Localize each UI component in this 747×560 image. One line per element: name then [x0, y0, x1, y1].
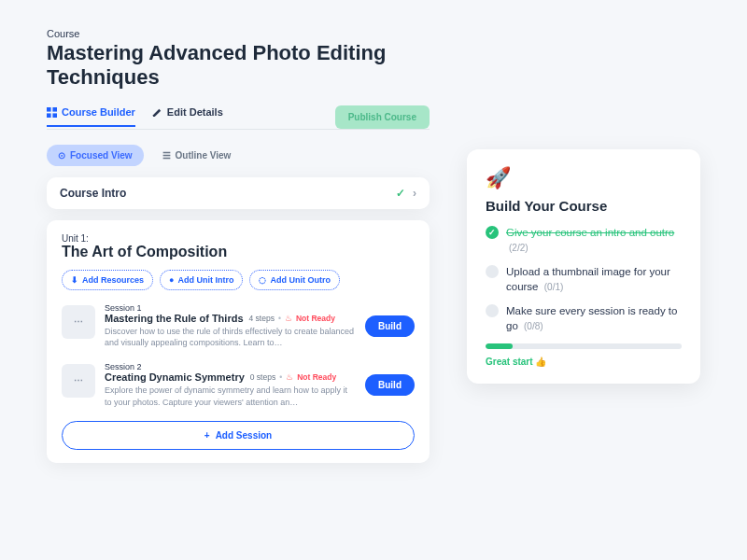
session-body: Session 2 Creating Dynamic Symmetry 0 st…	[105, 362, 356, 408]
check-pending-icon	[486, 304, 499, 317]
publish-button[interactable]: Publish Course	[335, 105, 430, 129]
task-count: (0/8)	[524, 321, 543, 331]
progress-fill	[486, 343, 513, 349]
add-session-label: Add Session	[216, 430, 273, 441]
session-desc: Explore the power of dynamic symmetry an…	[105, 385, 356, 408]
session-row: ⋯ Session 1 Mastering the Rule of Thirds…	[62, 303, 415, 349]
task-count: (2/2)	[509, 243, 529, 253]
session-row: ⋯ Session 2 Creating Dynamic Symmetry 0 …	[62, 362, 415, 408]
svg-rect-0	[47, 107, 51, 112]
view-focused[interactable]: ⊙ Focused View	[47, 145, 144, 166]
progress-label: Great start 👍	[486, 357, 682, 367]
builder-icon	[47, 107, 57, 118]
tab-course-builder[interactable]: Course Builder	[47, 106, 135, 127]
task-text: Give your course an intro and outro	[506, 227, 674, 238]
check-done-icon	[486, 226, 499, 239]
progress-bar	[486, 343, 682, 349]
course-intro-card[interactable]: Course Intro ✓ ›	[47, 177, 430, 209]
tabs-row: Course Builder Edit Details Publish Cour…	[47, 105, 430, 130]
intro-label: Course Intro	[60, 187, 126, 200]
session-meta: 0 steps • ♨ Not Ready	[250, 372, 336, 382]
session-title: Mastering the Rule of Thirds	[105, 313, 244, 324]
rocket-icon: 🚀	[486, 166, 682, 190]
unit-card: Unit 1: The Art of Composition ⬇ Add Res…	[47, 220, 430, 463]
add-session-button[interactable]: + Add Session	[62, 421, 415, 450]
chevron-right-icon: ›	[413, 187, 416, 200]
tab-label: Course Builder	[62, 106, 135, 118]
session-label: Session 1	[105, 303, 356, 313]
outline-icon: ☰	[162, 150, 171, 161]
plus-icon: +	[204, 430, 210, 441]
session-thumb[interactable]: ⋯	[62, 305, 95, 339]
chip-add-intro[interactable]: ● Add Unit Intro	[160, 270, 243, 290]
chip-label: Add Unit Intro	[177, 275, 233, 285]
task-text: Upload a thumbnail image for your course	[506, 266, 670, 292]
svg-rect-1	[52, 107, 57, 112]
onboarding-card: 🚀 Build Your Course Give your course an …	[467, 149, 700, 384]
edit-icon	[152, 107, 162, 118]
chip-add-outro[interactable]: ◌ Add Unit Outro	[249, 270, 340, 290]
record-icon: ●	[169, 275, 174, 285]
build-button[interactable]: Build	[365, 374, 415, 396]
svg-rect-2	[47, 113, 51, 118]
record-outline-icon: ◌	[259, 275, 266, 285]
session-thumb[interactable]: ⋯	[62, 364, 95, 398]
breadcrumb: Course	[47, 28, 430, 39]
session-desc: Discover how to use the rule of thirds e…	[105, 326, 356, 349]
flame-icon: ♨	[286, 372, 293, 382]
unit-label: Unit 1:	[62, 233, 415, 244]
page-title: Mastering Advanced Photo Editing Techniq…	[47, 41, 430, 91]
unit-chips: ⬇ Add Resources ● Add Unit Intro ◌ Add U…	[62, 270, 415, 290]
session-meta: 4 steps • ♨ Not Ready	[249, 314, 335, 323]
side-title: Build Your Course	[486, 198, 682, 214]
tab-edit-details[interactable]: Edit Details	[152, 106, 223, 127]
unit-title: The Art of Composition	[62, 244, 415, 260]
chip-add-resources[interactable]: ⬇ Add Resources	[62, 270, 153, 290]
task-count: (0/1)	[544, 282, 564, 292]
chip-label: Add Resources	[82, 275, 144, 285]
task-item[interactable]: Upload a thumbnail image for your course…	[486, 264, 682, 294]
session-title: Creating Dynamic Symmetry	[105, 371, 245, 383]
tab-label: Edit Details	[167, 106, 223, 118]
session-body: Session 1 Mastering the Rule of Thirds 4…	[105, 303, 356, 349]
view-outline[interactable]: ☰ Outline View	[151, 145, 243, 166]
check-icon: ✓	[396, 187, 405, 200]
task-item[interactable]: Make sure every session is ready to go (…	[486, 303, 682, 333]
chip-label: Add Unit Outro	[270, 275, 331, 285]
task-item[interactable]: Give your course an intro and outro (2/2…	[486, 225, 682, 255]
focused-icon: ⊙	[58, 150, 65, 161]
build-button[interactable]: Build	[365, 315, 415, 337]
intro-actions: ✓ ›	[396, 187, 416, 200]
session-label: Session 2	[105, 362, 356, 371]
view-tabs: ⊙ Focused View ☰ Outline View	[47, 145, 430, 166]
view-label: Outline View	[176, 150, 232, 161]
svg-rect-3	[52, 113, 57, 118]
download-icon: ⬇	[71, 275, 78, 285]
flame-icon: ♨	[285, 314, 292, 323]
view-label: Focused View	[70, 150, 133, 161]
check-pending-icon	[486, 265, 499, 278]
